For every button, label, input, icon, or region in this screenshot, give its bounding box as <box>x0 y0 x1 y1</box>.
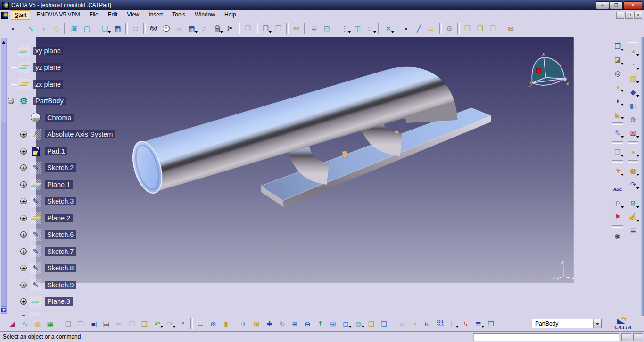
fly-icon[interactable]: ✈ <box>238 318 250 330</box>
tree-expander[interactable]: + <box>20 231 27 238</box>
plane-icon[interactable] <box>18 45 30 57</box>
gear-icon[interactable]: ⚙ <box>443 23 456 35</box>
scrollbar-thumb[interactable] <box>1 122 6 307</box>
boolean-operation-icon[interactable]: ⚙ <box>627 196 640 210</box>
refresh-icon[interactable]: ∞ <box>396 318 408 330</box>
power-input-field[interactable] <box>473 333 619 341</box>
material-sphere-icon[interactable] <box>30 112 41 123</box>
pad-feature-icon[interactable] <box>30 145 41 157</box>
plane-icon[interactable] <box>30 212 41 224</box>
iso-view-icon[interactable]: ◻ <box>339 318 352 330</box>
menu-window[interactable]: Window <box>191 10 218 20</box>
comment-icon[interactable]: ≡ <box>160 23 173 35</box>
tree-expander[interactable]: − <box>8 98 14 104</box>
measure-icon[interactable]: ↔ <box>194 318 207 330</box>
menu-view[interactable]: View <box>124 10 142 20</box>
section-view-icon[interactable]: ▦ <box>44 318 57 330</box>
open-part-icon[interactable]: ❒ <box>259 23 272 35</box>
surface-icon[interactable]: ◗ <box>37 23 50 35</box>
points-grid-icon[interactable]: ∷ <box>364 23 377 35</box>
design-table-icon[interactable]: ▦ <box>185 23 198 35</box>
sketch-icon[interactable] <box>30 279 41 291</box>
menu-enovia-v5-vpm[interactable]: ENOVIA V5 VPM <box>33 10 83 20</box>
sketcher-icon[interactable]: ✎ <box>611 126 624 140</box>
relations-icon[interactable]: ∴ <box>198 23 211 35</box>
sphere-icon[interactable]: ● <box>627 145 640 159</box>
shading-icon[interactable]: ❏ <box>365 318 378 330</box>
power-input-icon[interactable] <box>633 333 643 341</box>
rotation-target-icon[interactable]: ◎ <box>31 318 44 330</box>
update-icon[interactable]: ≣ <box>627 224 640 237</box>
plane-icon[interactable] <box>18 62 30 73</box>
tree-item-label[interactable]: Absolute Axis System <box>45 130 115 138</box>
normal-view-icon[interactable]: ↥ <box>314 318 327 330</box>
sketch-icon[interactable] <box>30 245 41 257</box>
fillet-icon[interactable]: ▧ <box>627 72 640 85</box>
sync-catpart-icon[interactable]: ❒ <box>487 23 499 35</box>
paste-special-icon[interactable]: oO <box>290 23 303 35</box>
anchor-dot-icon[interactable]: ▪ <box>7 23 19 35</box>
tree-expander[interactable]: + <box>20 265 27 271</box>
help-icon[interactable]: ? <box>176 318 189 330</box>
equivalent-dimensions-icon[interactable]: }= <box>223 23 236 35</box>
user-workbench-icon[interactable]: ◢ <box>6 318 18 330</box>
save-icon[interactable]: ▣ <box>87 318 100 330</box>
tree-item-label[interactable]: Sketch.7 <box>45 247 76 256</box>
fly-mode-icon[interactable]: ∿ <box>18 318 31 330</box>
multi-pad-icon[interactable]: ❒ <box>611 145 624 159</box>
select-body-icon[interactable]: ❏ <box>99 23 111 35</box>
menu-file[interactable]: File <box>86 10 101 20</box>
menu-edit[interactable]: Edit <box>105 10 121 20</box>
stiffener-icon[interactable]: ◣ <box>611 107 624 121</box>
tree-item-label[interactable]: xy plane <box>33 47 63 55</box>
update-pad-icon[interactable]: ▯ <box>446 318 459 330</box>
scroll-up-icon[interactable] <box>2 39 6 44</box>
slot-icon[interactable]: ◗ <box>611 94 624 107</box>
tree-item-label[interactable]: Plane.2 <box>45 214 73 222</box>
hole-target-icon[interactable]: ⊕ <box>627 113 640 126</box>
open-catpart-icon[interactable]: ❒ <box>461 23 474 35</box>
apply-material-icon[interactable]: ✍ <box>627 210 640 224</box>
wireframe-icon[interactable]: ❏ <box>378 318 390 330</box>
groove-icon[interactable]: ◔ <box>627 58 640 72</box>
print-icon[interactable]: ▤ <box>100 318 113 330</box>
sketch-icon[interactable] <box>30 195 41 207</box>
tree-item-label[interactable]: zx plane <box>33 80 63 89</box>
insert-part-icon[interactable]: ❒ <box>272 23 285 35</box>
mdi-restore-button[interactable]: ❐ <box>625 12 633 19</box>
maximize-button[interactable]: ❐ <box>610 1 623 9</box>
menu-help[interactable]: Help <box>221 10 239 20</box>
tree-expander[interactable]: + <box>20 181 27 188</box>
tree-item-label[interactable]: Plane.3 <box>45 297 73 306</box>
tree-expander[interactable]: + <box>20 198 27 204</box>
product-structure-icon[interactable]: ≣ <box>308 23 321 35</box>
measure-item-icon[interactable]: ⊚ <box>207 318 220 330</box>
tree-item-label[interactable]: Sketch.2 <box>45 163 76 172</box>
rotate-icon[interactable]: ↻ <box>276 318 289 330</box>
list-icon[interactable]: ≣ <box>472 318 485 330</box>
scroll-down-icon[interactable] <box>1 308 6 312</box>
select-arrow-icon[interactable]: ➤ <box>611 164 624 178</box>
pan-icon[interactable]: ✚ <box>263 318 276 330</box>
text-annotation-icon[interactable]: ABC <box>611 183 624 196</box>
tree-expander[interactable]: + <box>20 298 27 305</box>
partbody-icon[interactable] <box>18 95 30 107</box>
sketch-icon[interactable] <box>30 229 41 241</box>
hole-icon[interactable]: ◎ <box>611 66 624 80</box>
pocket-icon[interactable]: ◪ <box>611 53 624 66</box>
menu-insert[interactable]: Insert <box>145 10 166 20</box>
window-dock-icon[interactable] <box>621 333 631 341</box>
render-style-icon[interactable]: ◍ <box>352 318 365 330</box>
open-icon[interactable]: ❒ <box>74 318 87 330</box>
lock-icon[interactable] <box>211 23 223 35</box>
tree-item-label[interactable]: PartBody <box>33 97 66 105</box>
compass-free-rotation-handle[interactable] <box>536 68 541 73</box>
wireframe-box-icon[interactable]: ◇ <box>50 23 63 35</box>
tree-scrollbar[interactable] <box>1 38 7 314</box>
units-icon[interactable]: 10,1 10,0 <box>434 318 446 330</box>
flag-note-icon[interactable]: ⚐ <box>611 196 624 210</box>
body-selector-combobox[interactable]: PartBody <box>532 319 602 328</box>
sketch-icon[interactable] <box>30 162 41 174</box>
shaft-icon[interactable]: ◕ <box>627 44 640 58</box>
tree-expander[interactable]: + <box>20 248 27 255</box>
